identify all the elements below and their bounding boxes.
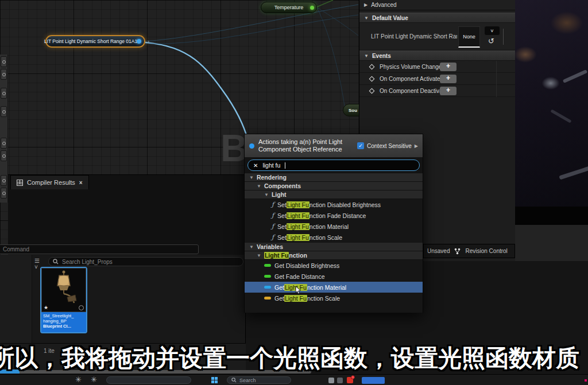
asset-dropdown-button[interactable]: ˅ (485, 26, 500, 35)
taskbar-search-box[interactable]: Search (227, 376, 291, 384)
taskbar-app-icon[interactable] (328, 378, 334, 383)
chevron-right-icon[interactable]: ▶ (415, 143, 418, 149)
add-event-button[interactable]: + (440, 75, 457, 83)
property-name-label: LIT Point Light Dynamic Short Rang... (371, 33, 457, 40)
use-selected-icon[interactable]: ↺ (488, 37, 494, 45)
action-menu-title: Actions taking a(n) Point Light Componen… (258, 138, 353, 153)
revision-control-label[interactable]: Revision Control (465, 248, 507, 254)
event-row: On Component Deactivated+ (359, 85, 516, 97)
offscreen-node-pin[interactable] (1, 106, 7, 117)
asset-name-line2: hanging_BP (43, 318, 84, 324)
taskbar-app-icon[interactable] (362, 377, 385, 384)
command-input[interactable]: Command (0, 244, 199, 254)
content-browser-search-input[interactable]: Search Light_Props (48, 257, 243, 266)
taskbar-widget-bar[interactable] (106, 376, 191, 384)
pin-dot-icon (249, 143, 254, 149)
context-sensitive-toggle[interactable]: ✓ Context Sensitive ▶ (357, 142, 418, 149)
offscreen-node-pin[interactable] (1, 138, 7, 149)
favorite-star-icon[interactable]: ★ (44, 305, 48, 310)
category-row[interactable]: ▼Components (245, 182, 423, 190)
row-label: Variables (257, 243, 283, 250)
row-label: nction Scale (307, 295, 340, 302)
section-default-value[interactable]: ▼ Default Value (359, 13, 516, 23)
divider (503, 29, 504, 45)
compiler-results-icon (17, 180, 23, 186)
add-event-button[interactable]: + (440, 87, 457, 95)
function-icon: ƒ (272, 234, 274, 241)
section-events[interactable]: ▼ Events (359, 50, 516, 61)
asset-tile-streetlight[interactable]: ★ SM_Streetlight_ hanging_BP Blueprint C… (41, 268, 86, 332)
panel-spacer (515, 225, 588, 261)
chevron-down-icon: ▼ (257, 184, 261, 189)
clear-search-icon[interactable]: ✕ (253, 162, 258, 169)
search-highlight: Light Fu (287, 223, 310, 230)
row-label: Light (272, 191, 287, 198)
filter-icon[interactable]: ☰ ˅ (34, 258, 46, 266)
menu-item[interactable]: Get Fade Distance (245, 271, 423, 282)
events-list: Physics Volume Changed+On Component Acti… (359, 61, 516, 97)
menu-item[interactable]: ƒSet Light Function Scale (245, 232, 423, 243)
menu-item[interactable]: Get Light Function Scale (245, 293, 423, 304)
node-sound-label: Sou (349, 108, 357, 113)
section-advanced[interactable]: ▶ Advanced (359, 0, 516, 10)
chevron-down-icon: ▼ (364, 53, 369, 59)
menu-item[interactable]: Get Disabled Brightness (245, 260, 423, 271)
taskbar-app-icon-notification[interactable] (347, 377, 353, 383)
node-sound-partial[interactable]: Sou (343, 104, 360, 116)
blueprint-status-bar: Unsaved Revision Control (423, 244, 515, 258)
search-highlight: Light Fu (287, 212, 310, 219)
function-icon: ƒ (272, 223, 274, 230)
menu-item[interactable]: ƒSet Light Function Material (245, 221, 423, 232)
action-search-input[interactable]: ✕ light fu (247, 160, 420, 171)
menu-item[interactable]: Get Light Function Material (245, 282, 423, 293)
offscreen-node-pin[interactable] (1, 175, 7, 186)
menu-item[interactable]: ƒSet Light Function Fade Distance (245, 210, 423, 221)
asset-type: Blueprint Cl... (43, 324, 84, 329)
output-pin-blue[interactable] (137, 39, 141, 44)
none-asset-button[interactable]: None (458, 26, 480, 48)
add-event-button[interactable]: + (440, 63, 457, 71)
subtitle-text: 所以，我将拖动并设置一个光照函数，设置光照函数材质 (0, 343, 588, 374)
row-label: Set (277, 234, 287, 241)
checkbox-checked-icon[interactable]: ✓ (357, 142, 364, 149)
asset-state-badge-icon (79, 305, 84, 310)
start-button-icon[interactable] (211, 377, 218, 384)
taskbar-widget-icon[interactable]: ✳ (75, 375, 82, 384)
unreal-editor-screen: B Temperature LIT Point Light Dynamic Sh… (0, 0, 588, 385)
category-row[interactable]: ▼Light Function (245, 251, 423, 260)
search-icon (231, 378, 237, 383)
compiler-results-tab[interactable]: Compiler Results × (10, 175, 89, 189)
row-label: Set (277, 212, 287, 219)
command-placeholder: Command (3, 246, 29, 252)
asset-thumbnail: ★ (41, 268, 86, 312)
close-icon[interactable]: × (79, 180, 83, 186)
offscreen-node-pin[interactable] (1, 188, 7, 199)
row-label: nction Fade Distance (310, 212, 366, 219)
node-lit-point-light[interactable]: LIT Point Light Dynamic Short Range 01A1… (45, 35, 145, 48)
video-letterbox (515, 207, 588, 225)
search-icon (53, 259, 59, 265)
offscreen-node-pin[interactable] (1, 88, 7, 99)
row-label: nction Material (307, 284, 346, 291)
offscreen-node-pin[interactable] (1, 56, 7, 67)
default-value-label: Default Value (372, 15, 408, 21)
category-row[interactable]: ▼Variables (245, 243, 423, 251)
category-row[interactable]: ▼Rendering (245, 173, 423, 182)
pin-arrow-icon: › (148, 39, 149, 44)
offscreen-node-pin[interactable] (1, 69, 7, 80)
function-icon: ƒ (272, 201, 274, 208)
menu-item[interactable]: ƒSet Light Function Disabled Brightness (245, 199, 423, 210)
revision-control-icon (454, 248, 461, 255)
variable-pill-icon (264, 286, 271, 289)
row-label: Get (274, 295, 284, 302)
chevron-down-icon: ▼ (257, 253, 261, 258)
offscreen-node-pin[interactable] (1, 150, 7, 161)
category-row[interactable]: ▼Light (245, 190, 423, 199)
unsaved-label: Unsaved (427, 248, 450, 254)
taskbar-app-icon[interactable] (337, 378, 343, 383)
output-pin-green[interactable] (310, 6, 314, 10)
context-sensitive-label: Context Sensitive (367, 143, 412, 149)
row-label: Get (274, 284, 284, 291)
taskbar-widget-icon[interactable]: ✳ (91, 375, 97, 384)
node-temperature[interactable]: Temperature (261, 2, 317, 13)
